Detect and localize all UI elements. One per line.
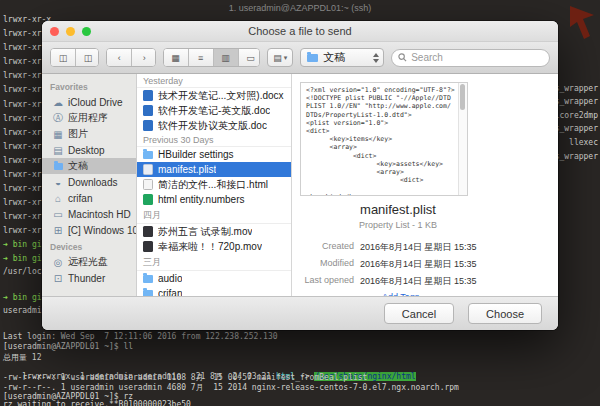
- downloads-icon: ◒: [52, 177, 64, 188]
- search-field[interactable]: Search: [391, 49, 550, 67]
- minimize-button[interactable]: [66, 27, 75, 36]
- devices-header: Devices: [42, 238, 136, 254]
- file-row[interactable]: 苏州五言 试录制.mov: [137, 224, 291, 239]
- sidebar-item-label: 应用程序: [68, 111, 108, 125]
- cancel-button[interactable]: Cancel: [384, 303, 454, 324]
- preview-scrollbar[interactable]: [458, 83, 467, 195]
- dialog-bottom-bar: Cancel Choose: [42, 296, 558, 330]
- chevron-down-icon: ▾: [284, 54, 288, 62]
- sidebar-item-label: Thunder: [68, 273, 105, 284]
- icon-view-button[interactable]: ▦: [164, 49, 189, 66]
- file-row[interactable]: 软件开发协议英文版.doc: [137, 118, 291, 133]
- group-header-march: 三月: [137, 254, 291, 271]
- sidebar-item-label: 远程光盘: [68, 255, 108, 269]
- popup-arrows-icon: [373, 53, 379, 63]
- sidebar-item-macintosh-hd[interactable]: ▭ Macintosh HD: [42, 206, 136, 222]
- dialog-titlebar[interactable]: Choose a file to send: [42, 21, 558, 42]
- column-view-button[interactable]: ▥: [214, 49, 239, 66]
- applications-icon: Ⓐ: [52, 111, 64, 125]
- file-row[interactable]: 技术开发笔记...文对照).docx: [137, 88, 291, 103]
- file-row[interactable]: html entity.numbers: [137, 192, 291, 207]
- close-button[interactable]: [50, 27, 59, 36]
- plist-preview-text: <?xml version="1.0" encoding="UTF-8"?> <…: [301, 83, 458, 195]
- choose-button[interactable]: Choose: [468, 303, 542, 324]
- terminal-output-line: /usr/loca: [3, 267, 46, 276]
- location-label: 文稿: [323, 50, 368, 65]
- sidebar-item-windows-10[interactable]: ⊞ [C] Windows 10: [42, 222, 136, 238]
- word-doc-icon: [143, 120, 153, 131]
- terminal-output-line: llexec: [569, 138, 598, 147]
- movie-file-icon: [143, 241, 153, 252]
- sidebar-item-pictures[interactable]: ▦ 图片: [42, 126, 136, 142]
- meta-row-modified: Modified 2016年8月14日 星期日 15:35: [292, 258, 504, 271]
- coverflow-view-button[interactable]: ▭: [239, 49, 261, 66]
- word-doc-icon: [143, 105, 153, 116]
- list-view-button[interactable]: ≡: [189, 49, 214, 66]
- list-view-icon: ≡: [198, 53, 203, 63]
- search-placeholder: Search: [411, 52, 443, 63]
- sidebar-item-documents[interactable]: 文稿: [42, 158, 136, 174]
- forward-button[interactable]: ›: [132, 49, 155, 66]
- favorites-header: Favorites: [42, 78, 136, 94]
- preview-file-name: manifest.plist: [292, 202, 504, 217]
- cloud-icon: ☁: [52, 97, 64, 108]
- zoom-button[interactable]: [82, 27, 91, 36]
- terminal-prompt-ll-line: [useradmin@AZAPPDL01 ~]$ ll: [3, 342, 133, 351]
- file-row[interactable]: 幸福来啦！！720p.mov: [137, 239, 291, 254]
- coverflow-view-icon: ▭: [246, 53, 255, 63]
- file-row[interactable]: crifan: [137, 286, 291, 296]
- meta-row-last-opened: Last opened 2016年8月14日 星期日 15:35: [292, 275, 504, 288]
- nav-buttons: ‹ ›: [106, 48, 155, 67]
- preview-file-kind: Property List - 1 KB: [292, 220, 504, 230]
- sidebar-item-crifan[interactable]: ⌂ crifan: [42, 190, 136, 206]
- dialog-content: Favorites ☁ iCloud Drive Ⓐ 应用程序 ▦ 图片 ▤ D…: [42, 74, 558, 296]
- sidebar-item-remote-disc[interactable]: ◎ 远程光盘: [42, 254, 136, 270]
- sidebar-item-label: crifan: [68, 193, 92, 204]
- sidebar-item-label: Downloads: [68, 177, 117, 188]
- sidebar-item-label: [C] Windows 10: [68, 225, 136, 236]
- sidebar-item-icloud-drive[interactable]: ☁ iCloud Drive: [42, 94, 136, 110]
- meta-row-created: Created 2016年8月14日 星期日 15:35: [292, 241, 504, 254]
- add-tags-link[interactable]: Add Tags...: [382, 292, 504, 296]
- view-segmented-control: ▦ ≡ ▥ ▭: [163, 48, 261, 67]
- windows-disk-icon: ⊞: [52, 225, 64, 236]
- window-controls: [50, 27, 91, 36]
- panel-toggle-button[interactable]: ◫: [76, 49, 99, 66]
- arrange-icon: ▤: [273, 53, 282, 63]
- arrange-menu-button[interactable]: ▤ ▾: [267, 48, 293, 67]
- terminal-title: 1. useradmin@AZAPPDL01:~ (ssh): [0, 3, 600, 13]
- file-row[interactable]: 简洁的文件...和接口.html: [137, 177, 291, 192]
- file-row-manifest-plist[interactable]: manifest.plist: [137, 162, 291, 177]
- mouse-cursor-arrow: [568, 6, 598, 42]
- movie-file-icon: [143, 226, 153, 237]
- sidebar: Favorites ☁ iCloud Drive Ⓐ 应用程序 ▦ 图片 ▤ D…: [42, 74, 137, 296]
- group-header-yesterday: Yesterday: [137, 74, 291, 88]
- file-row[interactable]: 软件开发笔记-英文版.doc: [137, 103, 291, 118]
- numbers-file-icon: [143, 194, 153, 205]
- choose-file-dialog: Choose a file to send ◫ ◫ ‹ › ▦ ≡ ▥ ▭ ▤ …: [42, 21, 558, 330]
- desktop-icon: ▤: [52, 145, 64, 156]
- dialog-title: Choose a file to send: [42, 25, 558, 37]
- sidebar-item-downloads[interactable]: ◒ Downloads: [42, 174, 136, 190]
- preview-scrollbar-thumb[interactable]: [460, 84, 465, 110]
- file-list: Yesterday 技术开发笔记...文对照).docx 软件开发笔记-英文版.…: [137, 74, 292, 296]
- sidebar-item-label: 图片: [68, 127, 88, 141]
- sidebar-item-applications[interactable]: Ⓐ 应用程序: [42, 110, 136, 126]
- dialog-toolbar: ◫ ◫ ‹ › ▦ ≡ ▥ ▭ ▤ ▾ 文稿 Search: [42, 42, 558, 74]
- sidebar-item-thunder[interactable]: ⊡ Thunder: [42, 270, 136, 286]
- folder-icon: [143, 275, 153, 283]
- panel-toggle-button[interactable]: ◫: [51, 49, 76, 66]
- file-info: manifest.plist Property List - 1 KB Crea…: [292, 202, 504, 296]
- folder-icon: [143, 151, 153, 159]
- terminal-prompt-line: ➜ bin gi: [3, 254, 42, 263]
- sidebar-item-desktop[interactable]: ▤ Desktop: [42, 142, 136, 158]
- home-icon: ⌂: [52, 193, 64, 204]
- back-button[interactable]: ‹: [107, 49, 132, 66]
- plist-file-icon: [143, 164, 153, 175]
- file-row[interactable]: HBuilder settings: [137, 147, 291, 162]
- pictures-icon: ▦: [52, 129, 64, 140]
- group-header-previous-30-days: Previous 30 Days: [137, 133, 291, 147]
- file-preview-box: <?xml version="1.0" encoding="UTF-8"?> <…: [300, 82, 468, 196]
- file-row[interactable]: audio: [137, 271, 291, 286]
- location-popup[interactable]: 文稿: [300, 48, 384, 67]
